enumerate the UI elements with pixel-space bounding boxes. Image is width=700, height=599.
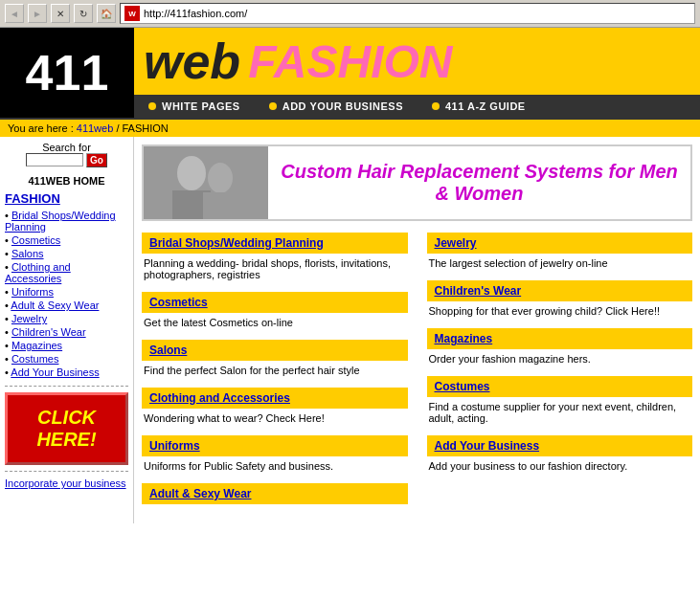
category-header-uniforms: Uniforms xyxy=(142,435,408,456)
sidebar-link-item[interactable]: Costumes xyxy=(5,353,128,365)
category-link-bridal[interactable]: Bridal Shops/Wedding Planning xyxy=(149,236,324,250)
category-cosmetics: Cosmetics Get the latest Cosmetics on-li… xyxy=(142,292,408,328)
sidebar-link-jewelry[interactable]: Jewelry xyxy=(11,313,47,324)
home-button[interactable]: 🏠 xyxy=(97,4,116,23)
sidebar-link-adult[interactable]: Adult & Sexy Wear xyxy=(11,300,99,311)
svg-point-1 xyxy=(177,156,206,190)
forward-button[interactable]: ► xyxy=(28,4,47,23)
breadcrumb-suffix: / FASHION xyxy=(116,122,168,134)
category-link-magazines[interactable]: Magazines xyxy=(435,332,493,345)
sidebar-link-item[interactable]: Uniforms xyxy=(5,286,128,298)
category-header-cosmetics: Cosmetics xyxy=(142,292,408,313)
sidebar-link-add-business[interactable]: Add Your Business xyxy=(11,366,99,378)
content-area: Custom Hair Replacement Systems for Men … xyxy=(134,137,700,523)
incorporate-link[interactable]: Incorporate your business xyxy=(5,477,126,489)
category-desc-childrens: Shopping for that ever growing child? Cl… xyxy=(427,305,693,317)
banner-image-inner xyxy=(144,144,268,221)
header-right: web FASHION WHITE PAGES ADD YOUR BUSINES… xyxy=(134,28,700,118)
category-link-salons[interactable]: Salons xyxy=(149,344,187,357)
nav-white-pages-label: WHITE PAGES xyxy=(162,100,240,112)
sidebar-link-clothing[interactable]: Clothing and Accessories xyxy=(5,261,71,284)
sidebar-link-bridal[interactable]: Bridal Shops/Wedding Planning xyxy=(5,210,116,233)
category-link-costumes[interactable]: Costumes xyxy=(435,380,490,393)
category-desc-uniforms: Uniforms for Public Safety and business. xyxy=(142,460,408,472)
category-jewelry: Jewelry The largest selection of jewelry… xyxy=(427,233,693,269)
back-button[interactable]: ◄ xyxy=(5,4,24,23)
category-link-cosmetics[interactable]: Cosmetics xyxy=(149,296,208,309)
breadcrumb-link[interactable]: 411web xyxy=(77,122,114,134)
breadcrumb: You are here : 411web / FASHION xyxy=(0,120,700,137)
nav-add-business-label: ADD YOUR BUSINESS xyxy=(282,100,403,112)
sidebar-divider-1 xyxy=(5,386,128,387)
category-header-bridal: Bridal Shops/Wedding Planning xyxy=(142,233,408,254)
category-link-clothing[interactable]: Clothing and Accessories xyxy=(149,391,290,405)
category-desc-cosmetics: Get the latest Cosmetics on-line xyxy=(142,317,408,328)
search-go-button[interactable]: Go xyxy=(86,153,107,167)
nav-az-guide-label: 411 A-Z GUIDE xyxy=(445,100,526,112)
category-costumes: Costumes Find a costume supplier for you… xyxy=(427,376,693,424)
category-header-magazines: Magazines xyxy=(427,328,693,349)
logo: 411 xyxy=(0,28,134,118)
category-magazines: Magazines Order your fashion magazine he… xyxy=(427,328,693,365)
category-link-uniforms[interactable]: Uniforms xyxy=(149,439,200,453)
banner-image xyxy=(144,144,268,221)
stop-button[interactable]: ✕ xyxy=(51,4,70,23)
sidebar-link-item[interactable]: Children's Wear xyxy=(5,326,128,338)
click-here-button[interactable]: CLICK HERE! xyxy=(5,392,128,465)
category-add-business: Add Your Business Add your business to o… xyxy=(427,435,693,472)
sidebar-incorporate: Incorporate your business xyxy=(5,477,128,489)
svg-point-2 xyxy=(208,163,233,193)
sidebar-fashion-link[interactable]: FASHION xyxy=(5,191,128,206)
sidebar-link-item[interactable]: Jewelry xyxy=(5,313,128,324)
sidebar-link-item[interactable]: Clothing and Accessories xyxy=(5,261,128,284)
nav-dot-2 xyxy=(269,102,277,110)
browser-toolbar: ◄ ► ✕ ↻ 🏠 W http://411fashion.com/ xyxy=(0,0,700,27)
header-web-text: web xyxy=(144,33,240,90)
banner[interactable]: Custom Hair Replacement Systems for Men … xyxy=(142,144,692,221)
nav-dot-1 xyxy=(148,102,156,110)
sidebar-link-salons[interactable]: Salons xyxy=(11,248,44,259)
search-input[interactable] xyxy=(26,153,83,166)
banner-text[interactable]: Custom Hair Replacement Systems for Men … xyxy=(268,156,690,210)
sidebar-link-item[interactable]: Salons xyxy=(5,248,128,259)
address-bar[interactable]: W http://411fashion.com/ xyxy=(120,3,695,24)
sidebar-link-childrens[interactable]: Children's Wear xyxy=(11,326,86,338)
category-header-clothing: Clothing and Accessories xyxy=(142,388,408,409)
sidebar-link-magazines[interactable]: Magazines xyxy=(11,340,62,351)
main-content: Search for Go 411WEB HOME FASHION Bridal… xyxy=(0,137,700,523)
category-childrens: Children's Wear Shopping for that ever g… xyxy=(427,280,693,317)
category-bridal: Bridal Shops/Wedding Planning Planning a… xyxy=(142,233,408,280)
nav-white-pages[interactable]: WHITE PAGES xyxy=(134,95,255,118)
sidebar-link-item[interactable]: Add Your Business xyxy=(5,366,128,378)
site-icon: W xyxy=(124,6,140,21)
category-desc-add-business: Add your business to our fashion directo… xyxy=(427,460,693,472)
category-link-childrens[interactable]: Children's Wear xyxy=(435,284,522,298)
sidebar-link-uniforms[interactable]: Uniforms xyxy=(11,286,54,298)
category-link-add-business[interactable]: Add Your Business xyxy=(435,439,540,453)
sidebar-search: Search for Go xyxy=(5,142,128,167)
category-adult: Adult & Sexy Wear xyxy=(142,483,408,504)
refresh-button[interactable]: ↻ xyxy=(74,4,93,23)
sidebar-link-item[interactable]: Bridal Shops/Wedding Planning xyxy=(5,210,128,233)
category-salons: Salons Find the perfect Salon for the pe… xyxy=(142,340,408,376)
sidebar-link-costumes[interactable]: Costumes xyxy=(11,353,59,365)
svg-rect-4 xyxy=(203,192,237,221)
sidebar-search-label: Search for xyxy=(5,142,128,153)
category-column-left: Bridal Shops/Wedding Planning Planning a… xyxy=(142,233,408,516)
sidebar-divider-2 xyxy=(5,471,128,472)
sidebar-link-item[interactable]: Cosmetics xyxy=(5,234,128,246)
sidebar-link-cosmetics[interactable]: Cosmetics xyxy=(11,234,60,246)
site-header: 411 web FASHION WHITE PAGES ADD YOUR BUS… xyxy=(0,28,700,120)
page-wrapper: 411 web FASHION WHITE PAGES ADD YOUR BUS… xyxy=(0,28,700,523)
sidebar-links: Bridal Shops/Wedding Planning Cosmetics … xyxy=(5,210,128,378)
browser-chrome: ◄ ► ✕ ↻ 🏠 W http://411fashion.com/ xyxy=(0,0,700,28)
nav-add-business[interactable]: ADD YOUR BUSINESS xyxy=(255,95,418,118)
category-desc-magazines: Order your fashion magazine hers. xyxy=(427,353,693,365)
sidebar: Search for Go 411WEB HOME FASHION Bridal… xyxy=(0,137,134,523)
sidebar-link-item[interactable]: Adult & Sexy Wear xyxy=(5,300,128,311)
category-grid: Bridal Shops/Wedding Planning Planning a… xyxy=(142,233,692,516)
category-link-adult[interactable]: Adult & Sexy Wear xyxy=(149,487,251,500)
category-link-jewelry[interactable]: Jewelry xyxy=(435,236,477,250)
nav-az-guide[interactable]: 411 A-Z GUIDE xyxy=(418,95,540,118)
sidebar-link-item[interactable]: Magazines xyxy=(5,340,128,351)
